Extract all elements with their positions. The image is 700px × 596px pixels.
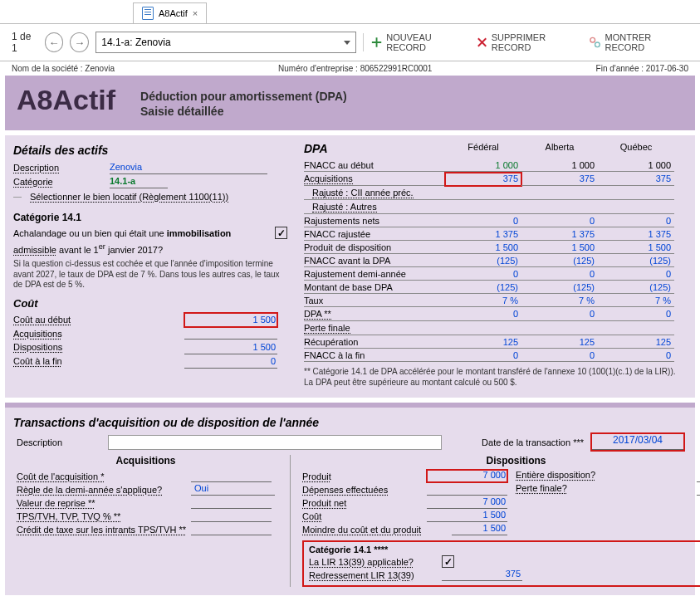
- business-number: Numéro d'entreprise : 806522991RC0001: [278, 64, 432, 73]
- chevron-down-icon: [344, 41, 350, 45]
- dpa-cell: 0: [521, 268, 598, 281]
- description-label: Description: [13, 161, 105, 174]
- transactions-heading: Transactions d'acquisition ou de disposi…: [5, 413, 695, 432]
- dpa-cell[interactable]: 375: [445, 173, 521, 186]
- dpa-footnote: ** Catégorie 14.1 de DPA accélérée pour …: [304, 367, 687, 388]
- itc-label: Crédit de taxe sur les intrants TPS/TVH …: [17, 525, 191, 535]
- half-year-field[interactable]: Oui: [191, 483, 275, 496]
- full-disp-label: Entière disposition?: [516, 470, 690, 482]
- dropdown-value: 14.1-a: Zenovia: [101, 37, 170, 48]
- dpa-row-label: Acquisitions: [304, 173, 445, 186]
- cost-acq-field[interactable]: [184, 327, 277, 340]
- lesser-label: Moindre du coût et du produit: [302, 525, 452, 535]
- document-icon: [142, 7, 154, 20]
- dpa-cell: (125): [521, 255, 598, 267]
- dpa-cell: 1 000: [598, 159, 674, 172]
- next-record-button[interactable]: →: [70, 32, 89, 52]
- dpa-cell[interactable]: [598, 201, 674, 214]
- dpa-cell: 125: [521, 336, 598, 349]
- dpa-cell[interactable]: [521, 322, 598, 335]
- delete-record-button[interactable]: SUPPRIMER RECORD: [476, 32, 583, 52]
- asset-details-column: Détails des actifs Description Zenovia C…: [13, 142, 287, 388]
- acquisitions-heading: Acquisitions: [17, 455, 275, 467]
- dpa-cell[interactable]: [521, 201, 598, 214]
- year-end: Fin d'année : 2017-06-30: [596, 64, 688, 73]
- dpa-cell: 0: [445, 268, 521, 281]
- goodwill-checkbox[interactable]: ✓: [275, 227, 287, 239]
- proceeds-field[interactable]: 7 000: [427, 470, 507, 482]
- dpa-cell: 0: [445, 349, 521, 362]
- new-record-button[interactable]: NOUVEAU RECORD: [370, 32, 468, 52]
- dpa-cell: 0: [521, 215, 598, 227]
- dpa-cell: 125: [445, 336, 521, 349]
- dpa-cell[interactable]: [445, 322, 521, 335]
- cost-begin-field[interactable]: 1 500: [184, 313, 277, 327]
- disp-cost-field[interactable]: 1 500: [427, 510, 507, 522]
- ita-13-39-checkbox[interactable]: ✓: [442, 555, 454, 568]
- show-record-button[interactable]: MONTRER RECORD: [589, 32, 688, 52]
- dpa-row-label: FNACC au début: [304, 159, 445, 172]
- dpa-cell[interactable]: [521, 187, 598, 200]
- prev-record-button[interactable]: ←: [45, 32, 64, 52]
- dpa-cell[interactable]: [445, 187, 521, 200]
- separator: [363, 33, 364, 51]
- dpa-row-label: Rajusté : Autres: [304, 201, 445, 214]
- dpa-cell: (125): [521, 281, 598, 294]
- trade-in-label: Valeur de reprise **: [17, 498, 191, 508]
- trans-date-field[interactable]: 2017/03/04: [592, 434, 683, 450]
- record-dropdown[interactable]: 14.1-a: Zenovia: [95, 32, 356, 53]
- dpa-cell: 0: [598, 349, 674, 362]
- dpa-cell[interactable]: 375: [598, 173, 674, 186]
- dpa-cell[interactable]: 0: [445, 308, 521, 321]
- expenses-field[interactable]: [427, 483, 507, 496]
- lesser-field: 1 500: [452, 523, 507, 535]
- svg-point-1: [595, 42, 600, 47]
- cost-disp-field[interactable]: 1 500: [184, 340, 277, 354]
- dpa-row-label: DPA **: [304, 308, 445, 321]
- asset-details-heading: Détails des actifs: [13, 144, 287, 157]
- net-proceeds-label: Produit net: [302, 498, 427, 508]
- dpa-cell: 7: [445, 295, 521, 307]
- dpa-row-label: Produit de disposition: [304, 242, 445, 254]
- full-disp-field[interactable]: Oui: [697, 470, 700, 482]
- cost-acq-label: Acquisitions: [13, 327, 179, 340]
- dpa-cell: 0: [445, 215, 521, 227]
- dpa-cell[interactable]: 375: [521, 173, 598, 186]
- toolbar: 1 de 1 ← → 14.1-a: Zenovia NOUVEAU RECOR…: [0, 24, 700, 61]
- itc-field[interactable]: [191, 523, 272, 535]
- dpa-cell[interactable]: 0: [598, 308, 674, 321]
- acq-cost-field[interactable]: [191, 470, 272, 482]
- dpa-cell: 0: [521, 349, 598, 362]
- dpa-cell[interactable]: 0: [521, 308, 598, 321]
- dpa-cell[interactable]: [598, 187, 674, 200]
- dpa-cell: 1 500: [445, 242, 521, 254]
- trans-description-input[interactable]: [108, 435, 442, 450]
- cost-heading: Coût: [13, 297, 287, 310]
- dpa-cell: 0: [598, 268, 674, 281]
- dpa-cell[interactable]: [598, 322, 674, 335]
- main-content: Détails des actifs Description Zenovia C…: [5, 135, 695, 398]
- svg-point-0: [590, 37, 595, 42]
- trans-description-label: Description: [17, 437, 100, 447]
- tax-pct-field[interactable]: [191, 510, 272, 522]
- dpa-row-label: Rajustements nets: [304, 215, 445, 227]
- tax-pct-label: TPS/TVH, TVP, TVQ % **: [17, 511, 191, 521]
- trade-in-field[interactable]: [191, 496, 272, 509]
- dpa-cell: (125): [445, 255, 521, 267]
- tab-label: A8Actif: [159, 8, 188, 18]
- category-field[interactable]: 14.1-a: [110, 174, 168, 188]
- dispositions-heading: Dispositions: [302, 455, 700, 467]
- rental-property-label: Sélectionner le bien locatif (Règlement …: [30, 190, 228, 203]
- page-banner: A8Actif Déduction pour amortissement (DP…: [5, 76, 695, 130]
- cost-disp-label: Dispositions: [13, 340, 179, 354]
- dpa-cell[interactable]: [445, 201, 521, 214]
- tab-a8actif[interactable]: A8Actif ×: [133, 2, 207, 23]
- dpa-cell: 1 375: [598, 228, 674, 241]
- dpa-row-label: Rajusté : CII année préc.: [304, 187, 445, 200]
- dpa-cell: 1 500: [521, 242, 598, 254]
- dpa-cell: 1 375: [521, 228, 598, 241]
- trans-date-label: Date de la transaction ***: [482, 437, 584, 447]
- terminal-loss-field[interactable]: Non: [697, 483, 700, 496]
- close-icon[interactable]: ×: [193, 8, 198, 18]
- description-field[interactable]: Zenovia: [110, 160, 267, 174]
